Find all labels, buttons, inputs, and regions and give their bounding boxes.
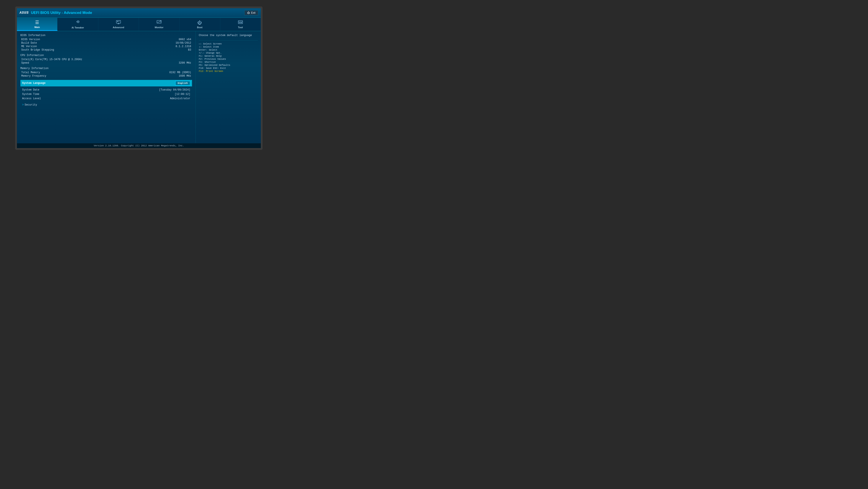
key-f12: F12: Print Screen — [199, 70, 258, 73]
access-level-value: Administrator — [170, 97, 190, 100]
build-date-label: Build Date — [21, 41, 37, 45]
bios-info-section: BIOS Information BIOS Version 0802 x64 B… — [21, 34, 192, 52]
system-date-row[interactable]: System Date [Tuesday 04/09/2024] — [21, 88, 192, 92]
key-f3: F3: Shortcut — [199, 61, 258, 64]
ai-tweaker-icon — [75, 20, 80, 25]
key-enter: Enter: Select — [199, 49, 258, 52]
memory-info-section: Memory Information Total Memory 8192 MB … — [21, 67, 192, 78]
language-button[interactable]: English — [175, 81, 190, 86]
tab-boot[interactable]: ⏻ Boot — [180, 18, 220, 31]
tool-label: Tool — [238, 26, 243, 29]
system-date-value: [Tuesday 04/09/2024] — [159, 88, 190, 91]
build-date-row: Build Date 10/08/2012 — [21, 41, 192, 45]
security-row[interactable]: > Security — [21, 103, 192, 107]
me-version-value: 8.1.2.1318 — [176, 45, 191, 48]
cpu-info-section: CPU Information Intel(R) Core(TM) i5-347… — [21, 54, 192, 65]
key-f2: F2: Previous Values — [199, 58, 258, 61]
memory-info-header: Memory Information — [21, 67, 192, 70]
total-memory-row: Total Memory 8192 MB (DDR3) — [21, 71, 192, 74]
exit-label: Exit — [251, 11, 255, 14]
svg-rect-16 — [241, 22, 242, 23]
asus-logo: ASUS — [20, 11, 29, 15]
bios-nav: ☰ Main Ai Tweaker — [17, 18, 261, 31]
bios-title-text: UEFI BIOS Utility - Advanced Mode — [31, 11, 92, 15]
tab-tool[interactable]: Tool — [220, 18, 261, 31]
access-level-label: Access Level — [22, 97, 41, 100]
memory-freq-row: Memory Frequency 1600 MHz — [21, 74, 192, 78]
me-version-row: ME Version 8.1.2.1318 — [21, 45, 192, 48]
key-f1: F1: General Help — [199, 55, 258, 58]
south-bridge-value: B3 — [188, 49, 191, 52]
key-select-screen: ↔: Select Screen — [199, 42, 258, 46]
total-memory-label: Total Memory — [21, 71, 40, 74]
main-label: Main — [34, 26, 40, 28]
cpu-name-row: Intel(R) Core(TM) i5-3470 CPU @ 3.20GHz — [21, 58, 192, 61]
system-time-label: System Time — [22, 93, 39, 96]
boot-icon: ⏻ — [197, 20, 202, 25]
tool-icon — [238, 20, 243, 25]
monitor-label: Monitor — [155, 26, 163, 29]
monitor-bezel: ASUS UEFI BIOS Utility - Advanced Mode ⏻… — [15, 6, 262, 150]
tab-ai-tweaker[interactable]: Ai Tweaker — [58, 18, 98, 31]
svg-rect-5 — [117, 21, 118, 22]
system-language-row[interactable]: System Language English — [21, 80, 192, 86]
key-change-opt: +/-: Change Opt. — [199, 52, 258, 55]
svg-rect-4 — [116, 21, 121, 23]
cpu-speed-label: Speed — [21, 61, 29, 64]
south-bridge-row: South Bridge Stepping B3 — [21, 48, 192, 52]
advanced-label: Advanced — [113, 26, 124, 29]
bios-version-row: BIOS Version 0802 x64 — [21, 38, 192, 41]
security-arrow: > — [22, 103, 24, 106]
access-level-row: Access Level Administrator — [21, 96, 192, 101]
bios-screen: ASUS UEFI BIOS Utility - Advanced Mode ⏻… — [17, 8, 261, 148]
advanced-icon — [116, 20, 121, 25]
key-f10: F10: Save ESC: Exit — [199, 67, 258, 70]
system-time-value: [12:00:12] — [175, 93, 190, 96]
tab-main[interactable]: ☰ Main — [17, 18, 58, 31]
key-help-list: ↔: Select Screen ↕: Select Item Enter: S… — [199, 42, 258, 73]
me-version-label: ME Version — [21, 45, 37, 48]
help-text: Choose the system default language — [199, 34, 258, 37]
security-label: Security — [25, 103, 37, 106]
main-icon: ☰ — [35, 20, 39, 25]
cpu-speed-value: 3200 MHz — [179, 61, 191, 64]
memory-freq-label: Memory Frequency — [21, 75, 46, 78]
bios-version-label: BIOS Version — [21, 38, 40, 41]
left-panel: BIOS Information BIOS Version 0802 x64 B… — [17, 31, 196, 143]
ai-tweaker-label: Ai Tweaker — [72, 26, 84, 29]
exit-button[interactable]: ⏻ Exit — [244, 10, 258, 16]
build-date-value: 10/08/2012 — [176, 41, 191, 45]
footer-text: Version 2.10.1208. Copyright (C) 2012 Am… — [94, 144, 184, 147]
bios-footer: Version 2.10.1208. Copyright (C) 2012 Am… — [17, 143, 261, 148]
tab-monitor[interactable]: Monitor — [139, 18, 180, 31]
exit-icon: ⏻ — [247, 11, 250, 14]
system-language-label: System Language — [22, 82, 45, 85]
tab-advanced[interactable]: Advanced — [98, 18, 139, 31]
svg-rect-14 — [239, 22, 240, 23]
key-select-item: ↕: Select Item — [199, 46, 258, 49]
cpu-speed-row: Speed 3200 MHz — [21, 61, 192, 65]
bios-info-header: BIOS Information — [21, 34, 192, 37]
svg-point-6 — [119, 21, 119, 22]
monitor-icon — [157, 20, 161, 25]
bios-version-value: 0802 x64 — [179, 38, 191, 41]
key-f5: F5: Optimized Defaults — [199, 64, 258, 67]
svg-point-11 — [160, 21, 161, 21]
south-bridge-label: South Bridge Stepping — [21, 49, 54, 52]
bios-content: BIOS Information BIOS Version 0802 x64 B… — [17, 31, 261, 143]
right-panel: Choose the system default language ↔: Se… — [196, 31, 261, 143]
system-time-row[interactable]: System Time [12:00:12] — [21, 92, 192, 96]
bios-header: ASUS UEFI BIOS Utility - Advanced Mode ⏻… — [17, 8, 261, 18]
cpu-info-header: CPU Information — [21, 54, 192, 57]
memory-freq-value: 1600 MHz — [179, 75, 191, 78]
system-date-label: System Date — [22, 88, 39, 91]
boot-label: Boot — [197, 26, 203, 29]
total-memory-value: 8192 MB (DDR3) — [169, 71, 191, 74]
bios-title-area: ASUS UEFI BIOS Utility - Advanced Mode — [20, 11, 92, 15]
svg-point-1 — [78, 21, 79, 22]
svg-rect-15 — [240, 22, 241, 23]
